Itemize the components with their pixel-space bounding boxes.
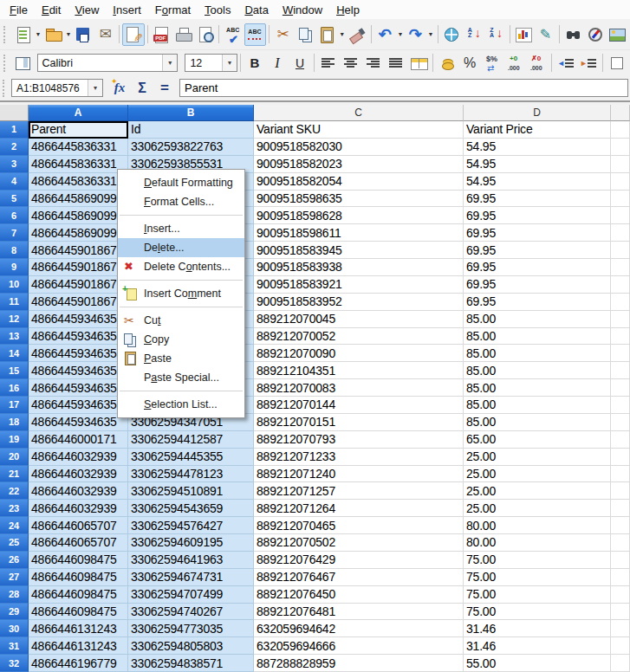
add-decimal-button[interactable] [503, 52, 526, 74]
cell-E9[interactable] [611, 259, 630, 276]
cell-D30[interactable]: 31.46 [464, 620, 611, 637]
menu-item-paste-special[interactable]: Paste Special... [118, 368, 244, 387]
cell-C5[interactable]: 9009518598635 [254, 191, 464, 208]
cell-D7[interactable]: 69.95 [464, 224, 611, 242]
column-header-B[interactable]: B [128, 105, 254, 121]
paste-button[interactable] [316, 23, 338, 46]
cell-E24[interactable] [611, 517, 630, 534]
merge-cells-button[interactable] [407, 52, 430, 74]
cell-B2[interactable]: 33062593822763 [128, 139, 254, 156]
cell-A17[interactable]: 4866445934635 [29, 397, 128, 414]
cell-D27[interactable]: 75.00 [464, 569, 611, 586]
cell-D3[interactable]: 54.95 [464, 156, 611, 173]
cell-A21[interactable]: 4866446032939 [29, 466, 128, 483]
cut-button[interactable] [272, 23, 294, 46]
cell-E20[interactable] [611, 449, 630, 466]
cell-E10[interactable] [611, 276, 630, 294]
save-button[interactable] [73, 23, 94, 46]
font-name-combo[interactable]: Calibri ▾ [37, 54, 179, 72]
underline-button[interactable] [289, 52, 311, 74]
cell-C13[interactable]: 889212070052 [254, 328, 464, 346]
row-header-25[interactable]: 25 [0, 534, 29, 552]
cell-E19[interactable] [611, 431, 630, 449]
column-header-C[interactable]: C [254, 105, 464, 121]
cell-C8[interactable]: 9009518583945 [254, 242, 464, 259]
cell-A13[interactable]: 4866445934635 [29, 328, 128, 346]
row-header-30[interactable]: 30 [0, 620, 29, 637]
edit-mode-button[interactable] [122, 23, 144, 46]
cell-D4[interactable]: 54.95 [464, 173, 611, 191]
delete-decimal-button[interactable] [526, 52, 549, 74]
chevron-down-icon[interactable]: ▾ [222, 55, 237, 71]
row-header-16[interactable]: 16 [0, 379, 29, 397]
cell-B22[interactable]: 33062594510891 [128, 482, 254, 500]
cell-A24[interactable]: 4866446065707 [29, 517, 128, 534]
cell-A3[interactable]: 4866445836331 [29, 156, 128, 173]
cell-D18[interactable]: 85.00 [464, 414, 611, 431]
cell-C32[interactable]: 887288828959 [254, 655, 464, 672]
cell-C7[interactable]: 9009518598611 [254, 224, 464, 242]
export-pdf-button[interactable] [151, 23, 172, 46]
row-header-14[interactable]: 14 [0, 345, 29, 362]
new-button[interactable] [12, 23, 34, 46]
menu-item-copy[interactable]: Copy [118, 330, 244, 349]
print-preview-button[interactable] [194, 23, 216, 46]
font-size-combo[interactable]: 12 ▾ [185, 54, 237, 72]
cell-C11[interactable]: 9009518583952 [254, 294, 464, 311]
sidebar-button[interactable] [12, 52, 34, 74]
cell-D24[interactable]: 80.00 [464, 517, 611, 534]
cell-C28[interactable]: 889212076450 [254, 586, 464, 604]
cell-C22[interactable]: 889212071257 [254, 482, 464, 500]
cell-E3[interactable] [611, 156, 630, 173]
cell-A26[interactable]: 4866446098475 [29, 552, 128, 569]
menubar-item-file[interactable]: File [3, 2, 35, 18]
menu-item-default-formatting[interactable]: Default Formatting [118, 173, 244, 192]
cell-E31[interactable] [611, 637, 630, 655]
formula-input[interactable] [179, 79, 628, 97]
menu-item-delete[interactable]: Delete... [118, 238, 244, 257]
row-header-1[interactable]: 1 [0, 121, 29, 139]
cell-B29[interactable]: 33062594740267 [128, 604, 254, 621]
cell-E18[interactable] [611, 414, 630, 431]
row-header-2[interactable]: 2 [0, 139, 29, 156]
cell-A18[interactable]: 4866445934635 [29, 414, 128, 431]
menubar-item-insert[interactable]: Insert [106, 2, 148, 18]
sum-button[interactable] [131, 77, 153, 100]
cell-A9[interactable]: 4866445901867 [29, 259, 128, 276]
menubar-item-window[interactable]: Window [276, 2, 329, 18]
cell-E21[interactable] [611, 466, 630, 483]
italic-button[interactable] [266, 52, 289, 74]
toolbar-grip[interactable] [3, 55, 9, 72]
cell-E13[interactable] [611, 328, 630, 346]
cell-B26[interactable]: 33062594641963 [128, 552, 254, 569]
cell-D26[interactable]: 75.00 [464, 552, 611, 569]
cell-C15[interactable]: 889212104351 [254, 362, 464, 379]
bold-button[interactable] [244, 52, 266, 74]
row-header-10[interactable]: 10 [0, 276, 29, 294]
cell-E17[interactable] [611, 397, 630, 414]
cell-D28[interactable]: 75.00 [464, 586, 611, 604]
row-header-23[interactable]: 23 [0, 500, 29, 517]
cell-B30[interactable]: 33062594773035 [128, 620, 254, 637]
email-button[interactable] [94, 23, 116, 46]
row-header-5[interactable]: 5 [0, 191, 29, 208]
cell-D16[interactable]: 85.00 [464, 379, 611, 397]
menubar-item-tools[interactable]: Tools [198, 2, 237, 18]
borders-button[interactable] [606, 52, 628, 74]
cell-A5[interactable]: 4866445869099 [29, 191, 128, 208]
cell-A15[interactable]: 4866445934635 [29, 362, 128, 379]
cell-D23[interactable]: 25.00 [464, 500, 611, 517]
row-header-12[interactable]: 12 [0, 311, 29, 328]
cell-B28[interactable]: 33062594707499 [128, 586, 254, 604]
cell-D14[interactable]: 85.00 [464, 345, 611, 362]
cell-C31[interactable]: 632059694666 [254, 637, 464, 655]
menu-item-insert-comment[interactable]: Insert Comment [118, 284, 244, 303]
cell-A16[interactable]: 4866445934635 [29, 379, 128, 397]
cell-C19[interactable]: 889212070793 [254, 431, 464, 449]
row-header-20[interactable]: 20 [0, 449, 29, 466]
row-header-4[interactable]: 4 [0, 173, 29, 191]
cell-A23[interactable]: 4866446032939 [29, 500, 128, 517]
function-wizard-button[interactable] [108, 77, 131, 100]
increase-indent-button[interactable] [577, 52, 600, 74]
redo-dropdown-arrow[interactable]: ▼ [426, 24, 435, 45]
